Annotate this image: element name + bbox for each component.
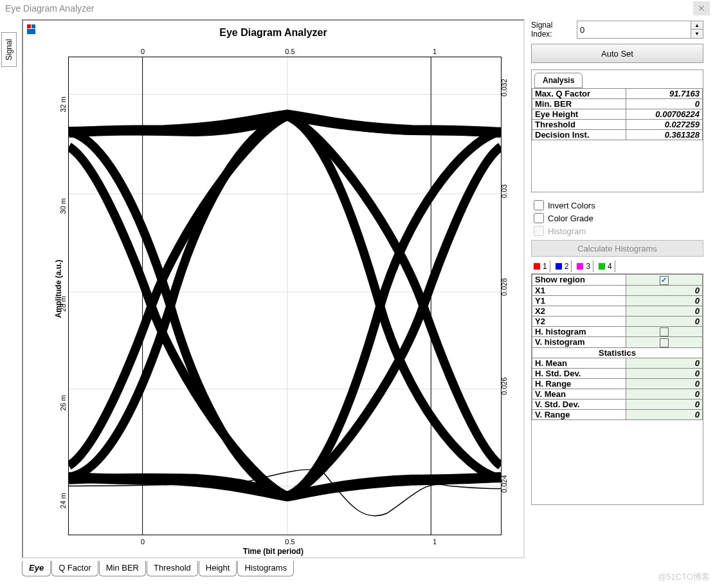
chart-frame: Eye Diagram Analyzer Amplitude (a.u.) Ti… bbox=[22, 19, 525, 558]
region-table: Show region X10 Y10 X20 Y20 H. histogram… bbox=[532, 274, 703, 420]
show-region-check[interactable] bbox=[626, 275, 702, 286]
row-label: H. Range bbox=[532, 378, 626, 389]
y-tick: 26 m bbox=[59, 395, 67, 414]
row-label: Decision Inst. bbox=[532, 130, 626, 140]
row-label: V. Std. Dev. bbox=[532, 399, 626, 409]
x-tick-top: 0 bbox=[141, 48, 145, 55]
y2-value[interactable]: 0 bbox=[626, 316, 702, 326]
y-tick: 30 m bbox=[59, 198, 67, 217]
signal-side-tab[interactable]: Signal bbox=[1, 32, 17, 67]
color-grade-label: Color Grade bbox=[548, 214, 593, 223]
histogram-label: Histogram bbox=[548, 226, 586, 236]
bottom-tabs: Eye Q Factor Min BER Threshold Height Hi… bbox=[22, 561, 525, 576]
spin-up-icon[interactable]: ▲ bbox=[691, 21, 703, 30]
row-label: V. Range bbox=[532, 409, 626, 419]
color-grade-checkbox[interactable] bbox=[534, 213, 544, 223]
row-label: H. Std. Dev. bbox=[532, 368, 626, 378]
row-value: 91.7163 bbox=[626, 89, 702, 99]
statistics-header: Statistics bbox=[532, 347, 703, 358]
color-tabs: 1 2 3 4 bbox=[531, 261, 703, 272]
color-swatch-icon bbox=[577, 263, 583, 270]
invert-colors-label: Invert Colors bbox=[548, 201, 595, 210]
analysis-panel: Analysis Max. Q Factor91.7163 Min. BER0 … bbox=[531, 69, 703, 192]
x2-value[interactable]: 0 bbox=[626, 306, 702, 316]
invert-colors-checkbox[interactable] bbox=[534, 200, 544, 210]
signal-index-field[interactable]: ▲ ▼ bbox=[577, 21, 703, 39]
calculate-histograms-button[interactable]: Calculate Histograms bbox=[531, 240, 703, 257]
stat-value: 0 bbox=[626, 409, 702, 419]
analysis-table: Max. Q Factor91.7163 Min. BER0 Eye Heigh… bbox=[532, 88, 703, 140]
color-tab-1[interactable]: 1 bbox=[531, 261, 550, 272]
row-label: V. histogram bbox=[532, 337, 626, 348]
signal-index-input[interactable] bbox=[577, 21, 691, 38]
row-value: 0.361328 bbox=[626, 130, 702, 140]
row-label: Min. BER bbox=[532, 99, 626, 109]
tab-minber[interactable]: Min BER bbox=[99, 561, 146, 576]
row-value: 0 bbox=[626, 99, 702, 109]
row-label: Y2 bbox=[532, 316, 626, 326]
tab-qfactor[interactable]: Q Factor bbox=[51, 561, 98, 576]
color-swatch-icon bbox=[556, 263, 562, 270]
x-tick: 1 bbox=[433, 538, 437, 546]
tab-eye[interactable]: Eye bbox=[22, 561, 51, 576]
y-tick: 28 m bbox=[59, 296, 67, 315]
stat-value: 0 bbox=[626, 389, 702, 399]
color-swatch-icon bbox=[599, 263, 605, 270]
row-label: X2 bbox=[532, 306, 626, 316]
statistics-panel: Show region X10 Y10 X20 Y20 H. histogram… bbox=[531, 273, 703, 505]
spin-down-icon[interactable]: ▼ bbox=[691, 30, 703, 38]
stat-value: 0 bbox=[626, 378, 702, 389]
svg-rect-2 bbox=[27, 29, 35, 34]
window-title: Eye Diagram Analyzer bbox=[5, 3, 95, 14]
svg-rect-0 bbox=[27, 24, 31, 28]
export-icon[interactable] bbox=[26, 23, 39, 36]
row-value: 0.027259 bbox=[626, 120, 702, 130]
h-histogram-check[interactable] bbox=[626, 326, 702, 337]
close-button[interactable]: ✕ bbox=[693, 1, 710, 15]
x-axis-label: Time (bit period) bbox=[243, 547, 303, 556]
color-tab-4[interactable]: 4 bbox=[596, 261, 615, 272]
analysis-tab[interactable]: Analysis bbox=[534, 73, 583, 88]
stat-value: 0 bbox=[626, 368, 702, 378]
stat-value: 0 bbox=[626, 358, 702, 368]
row-label: Threshold bbox=[532, 120, 626, 130]
color-swatch-icon bbox=[534, 263, 540, 270]
row-label: Max. Q Factor bbox=[532, 89, 626, 99]
row-label: H. Mean bbox=[532, 358, 626, 368]
x-tick-top: 0.5 bbox=[285, 48, 294, 55]
tab-histograms[interactable]: Histograms bbox=[237, 561, 294, 576]
y-tick: 32 m bbox=[59, 96, 67, 116]
row-label: Eye Height bbox=[532, 109, 626, 120]
x-tick-top: 1 bbox=[433, 48, 437, 55]
tab-threshold[interactable]: Threshold bbox=[147, 561, 198, 576]
row-label: H. histogram bbox=[532, 326, 626, 337]
x1-value[interactable]: 0 bbox=[626, 285, 702, 295]
v-histogram-check[interactable] bbox=[626, 337, 702, 348]
chart-title: Eye Diagram Analyzer bbox=[23, 21, 523, 39]
y1-value[interactable]: 0 bbox=[626, 295, 702, 306]
color-tab-3[interactable]: 3 bbox=[574, 261, 593, 272]
row-label: Y1 bbox=[532, 295, 626, 306]
row-value: 0.00706224 bbox=[626, 109, 702, 120]
signal-index-label: Signal Index: bbox=[531, 21, 574, 39]
svg-rect-1 bbox=[32, 24, 35, 28]
x-tick: 0 bbox=[141, 538, 145, 546]
color-tab-2[interactable]: 2 bbox=[553, 261, 572, 272]
row-label: V. Mean bbox=[532, 389, 626, 399]
y-tick: 24 m bbox=[59, 493, 67, 512]
histogram-checkbox bbox=[534, 226, 544, 236]
stat-value: 0 bbox=[626, 399, 702, 409]
tab-height[interactable]: Height bbox=[199, 561, 237, 576]
x-tick: 0.5 bbox=[285, 538, 294, 546]
auto-set-button[interactable]: Auto Set bbox=[531, 44, 703, 63]
row-label: Show region bbox=[532, 275, 626, 286]
watermark: @51CTO博客 bbox=[658, 571, 710, 583]
row-label: X1 bbox=[532, 285, 626, 295]
plot-area[interactable] bbox=[68, 57, 502, 535]
